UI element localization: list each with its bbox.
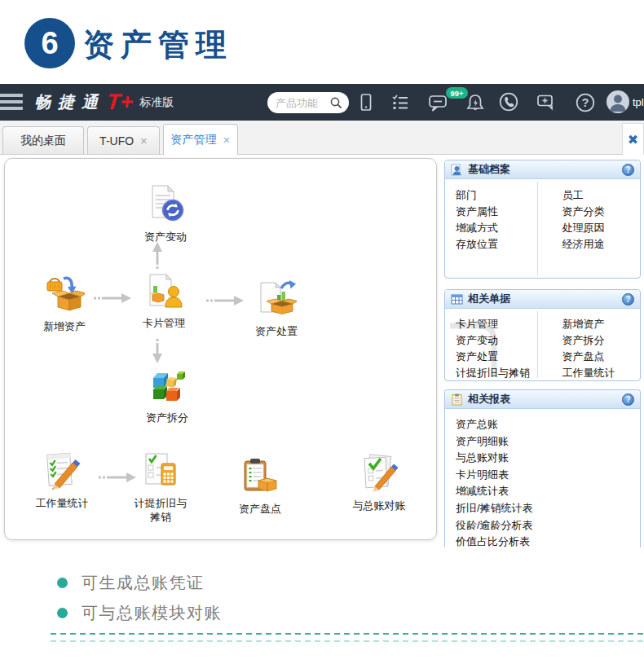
flow-node-label: 资产盘点 [219,502,301,516]
flow-node-gl-reconciliation[interactable]: 与总账对账 [338,452,420,512]
basic-archive-item[interactable]: 资产属性 [456,204,543,220]
panel-title: 相关报表 [468,392,510,407]
panel-header: 基础档案 ? [445,160,640,179]
related-document-item[interactable]: 计提折旧与摊销 [456,365,543,381]
tab-t-ufo[interactable]: T-UFO × [87,126,160,154]
related-document-item[interactable]: 资产盘点 [562,349,641,365]
related-report-item[interactable]: 折旧/摊销统计表 [456,500,640,517]
panel-basic-archives: 基础档案 ? 部门 资产属性 增减方式 存放位置 员工 资产分类 处理原因 经济… [444,160,641,279]
brand-tplus-logo: T+ [105,90,135,115]
note-row: 可生成总账凭证 [57,572,205,594]
flow-node-asset-inventory[interactable]: 资产盘点 [219,455,301,516]
panel-related-documents: 相关单据 ? 卡片管理 资产变动 资产处置 计提折旧与摊销 新增资产 资产拆分 … [444,289,641,381]
related-report-item[interactable]: 卡片明细表 [456,467,640,484]
panel-help-icon[interactable]: ? [622,164,634,176]
related-report-item[interactable]: 价值占比分析表 [456,534,640,547]
arrow-card-to-split [152,339,162,363]
asset-flowchart-panel: 资产变动 新增资产 [4,158,437,540]
tab-label: T-UFO [99,134,134,147]
clipboard-box-icon [240,455,280,496]
related-report-item[interactable]: 与总账对账 [456,450,640,467]
note-row: 可与总账模块对账 [57,602,222,624]
related-document-item[interactable]: 资产处置 [456,349,543,365]
related-document-item[interactable]: 新增资产 [562,316,641,332]
bullet-icon [57,578,68,588]
app-window: 6 资产管理 畅捷通 T+ 标准版 [0,0,644,668]
checklist-calculator-icon [140,450,181,490]
panel-header: 相关报表 ? [445,390,640,409]
basic-archive-item[interactable]: 增减方式 [456,220,543,236]
menu-icon[interactable] [0,94,23,111]
edition-label: 标准版 [139,95,174,110]
related-report-item[interactable]: 增减统计表 [456,483,640,500]
help-icon[interactable]: ? [575,92,596,113]
flow-node-depreciation-amortization[interactable]: 计提折旧与摊销 [120,450,201,524]
related-document-item[interactable]: 资产变动 [456,332,543,349]
panel-help-icon[interactable]: ? [622,393,634,406]
top-navbar: 畅捷通 T+ 标准版 99+ [0,84,644,121]
flow-node-label: 工作量统计 [21,496,103,510]
tab-label: 资产管理 [171,133,217,147]
basic-archive-item[interactable]: 员工 [562,187,641,204]
tab-close-icon[interactable]: × [223,133,231,147]
user-avatar[interactable] [607,90,629,113]
flow-node-asset-split[interactable]: 资产拆分 [126,364,208,424]
bullet-icon [57,608,68,618]
related-document-item[interactable]: 资产拆分 [562,332,641,349]
feedback-icon[interactable] [536,92,557,113]
related-document-item[interactable]: 卡片管理 [456,316,543,332]
archives-icon [451,164,463,176]
basic-archive-item[interactable]: 处理原因 [562,220,641,236]
flow-node-asset-change[interactable]: 资产变动 [125,183,206,244]
arrow-new-asset-to-card [94,293,131,303]
flow-node-label: 新增资产 [24,319,105,333]
tab-my-desktop[interactable]: 我的桌面 [2,126,84,154]
cubes-icon [147,364,187,405]
basic-archive-item[interactable]: 存放位置 [456,236,543,253]
doc-box-out-icon [256,278,297,319]
related-report-item[interactable]: 役龄/逾龄分析表 [456,517,640,534]
note-text: 可与总账模块对账 [82,602,222,624]
mobile-app-icon[interactable] [355,92,377,113]
svg-text:?: ? [582,96,589,109]
search-icon[interactable] [329,96,342,109]
close-all-tabs-button[interactable]: ✖ [622,123,644,155]
message-icon[interactable] [427,93,448,114]
tab-asset-management[interactable]: 资产管理 × [163,124,238,155]
panel-title: 基础档案 [468,162,510,177]
doc-sync-icon [145,183,186,224]
flow-node-label: 资产拆分 [126,411,208,424]
flow-node-asset-disposal[interactable]: 资产处置 [236,278,317,338]
basic-archive-item[interactable]: 经济用途 [562,236,641,253]
flow-node-label: 计提折旧与摊销 [132,496,189,524]
basic-archive-item[interactable]: 部门 [456,187,543,204]
basic-archive-item[interactable]: 资产分类 [562,204,641,220]
related-report-item[interactable]: 资产明细账 [456,433,640,450]
related-report-item[interactable]: 资产总账 [456,416,640,433]
phone-support-icon[interactable] [498,91,519,112]
username-label[interactable]: tpl [633,96,644,108]
section-number-badge: 6 [24,18,75,68]
flow-node-workload-stats[interactable]: 工作量统计 [21,450,103,510]
flow-node-new-asset[interactable]: 新增资产 [24,273,105,333]
brand-name: 畅捷通 [34,91,105,113]
box-add-icon [44,273,85,314]
arrow-card-to-asset-change [152,242,162,271]
notification-count-badge: 99+ [446,87,468,99]
doc-person-icon [143,270,184,310]
search-input[interactable] [276,97,329,109]
flow-node-label: 资产变动 [125,230,206,244]
panel-help-icon[interactable]: ? [622,293,634,305]
divider-dashed-line-light [51,640,644,642]
flow-node-label: 与总账对账 [338,499,420,512]
notification-bell-icon[interactable] [465,93,486,114]
flow-node-label: 资产处置 [236,324,317,338]
task-list-icon[interactable] [390,92,411,113]
tab-close-icon[interactable]: × [140,134,148,147]
product-search-box [267,92,349,113]
note-text: 可生成总账凭证 [82,572,205,594]
arrow-workload-to-depreciation [99,472,136,482]
docs-check-pen-icon [359,452,399,493]
flow-node-card-management[interactable]: 卡片管理 [123,270,205,330]
related-document-item[interactable]: 工作量统计 [562,365,641,381]
